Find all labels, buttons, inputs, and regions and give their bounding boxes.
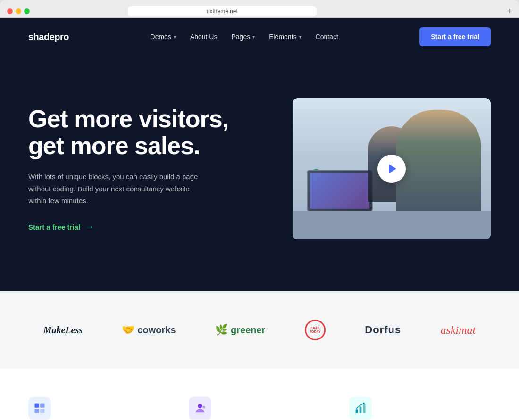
laptop-prop [307,170,373,212]
person-foreground [396,110,481,214]
new-tab-button[interactable]: + [507,7,512,16]
site-logo[interactable]: shadepro [28,32,69,42]
minimize-button[interactable] [16,8,21,14]
laptop-screen [310,173,369,209]
svg-rect-3 [40,409,44,413]
brands-section: MakeLess 🤝 coworks 🌿 greener SAASTODAY D… [0,291,519,369]
address-bar[interactable]: uxtheme.net [128,6,317,16]
customers-icon [189,397,211,420]
svg-rect-1 [40,404,44,408]
feature-customers: Manage customers With lots of unique blo… [189,397,330,420]
features-grid: Organize your campaigns With lots of uni… [28,397,491,420]
navbar-cta-button[interactable]: Start a free trial [419,27,491,46]
nav-link-elements[interactable]: Elements ▾ [269,33,301,41]
hero-content: Get more visitors, get more sales. With … [28,106,241,232]
brand-makeless[interactable]: MakeLess [43,325,83,336]
svg-rect-8 [363,404,366,413]
brand-coworks[interactable]: 🤝 coworks [122,324,176,336]
svg-rect-2 [35,409,39,413]
svg-point-4 [198,404,202,408]
coworks-icon: 🤝 [122,324,134,336]
svg-rect-0 [35,404,39,408]
website-content: shadepro Demos ▾ About Us Pages ▾ [0,18,519,420]
nav-item-contact[interactable]: Contact [316,33,338,41]
nav-link-pages[interactable]: Pages ▾ [231,33,255,41]
nav-link-about[interactable]: About Us [190,33,218,41]
nav-item-elements[interactable]: Elements ▾ [269,33,301,41]
nav-link-demos[interactable]: Demos ▾ [151,33,176,41]
greener-icon: 🌿 [215,324,228,336]
chevron-down-icon: ▾ [299,34,301,40]
nav-item-pages[interactable]: Pages ▾ [231,33,255,41]
close-button[interactable] [7,8,13,14]
url-text: uxtheme.net [207,8,238,15]
brands-grid: MakeLess 🤝 coworks 🌿 greener SAASTODAY D… [28,320,491,340]
svg-rect-7 [360,407,362,413]
navbar: shadepro Demos ▾ About Us Pages ▾ [0,18,519,56]
nav-link-contact[interactable]: Contact [316,33,338,41]
brand-greener[interactable]: 🌿 greener [215,324,265,336]
brand-makeless-label: MakeLess [43,325,83,336]
brand-saas-today[interactable]: SAASTODAY [305,320,326,340]
brand-dorfus-label: Dorfus [365,324,401,336]
svg-point-5 [202,406,205,409]
window-controls [7,8,30,14]
brand-greener-label: greener [231,325,265,336]
hero-cta-label: Start a free trial [28,223,80,231]
nav-item-demos[interactable]: Demos ▾ [151,33,176,41]
saas-circle-icon: SAASTODAY [305,320,326,340]
chevron-down-icon: ▾ [174,34,176,40]
desk-surface [293,211,491,239]
svg-rect-6 [356,409,358,413]
arrow-right-icon: → [85,222,93,232]
campaigns-icon [28,397,51,420]
features-section: Organize your campaigns With lots of uni… [0,369,519,420]
brand-dorfus[interactable]: Dorfus [365,324,401,336]
hero-title: Get more visitors, get more sales. [28,106,241,159]
svg-point-9 [363,403,365,404]
browser-window: uxtheme.net + shadepro Demos ▾ About Us [0,0,519,420]
play-button[interactable] [377,155,406,183]
hero-image-container [241,98,491,239]
nav-links: Demos ▾ About Us Pages ▾ [151,33,338,41]
maximize-button[interactable] [24,8,30,14]
brand-coworks-label: coworks [137,325,176,336]
nav-item-about[interactable]: About Us [190,33,218,41]
browser-chrome: uxtheme.net + [0,0,519,18]
play-icon [389,164,396,173]
progress-icon [349,397,372,420]
hero-description: With lots of unique blocks, you can easi… [28,171,198,207]
chevron-down-icon: ▾ [252,34,255,40]
brand-askimat[interactable]: askimat [441,324,476,337]
hero-section: Get more visitors, get more sales. With … [0,56,519,291]
brand-askimat-label: askimat [441,324,476,337]
feature-progress: Track progress fast With lots of unique … [349,397,491,420]
hero-cta-link[interactable]: Start a free trial → [28,222,241,232]
hero-video-thumbnail [293,98,491,239]
feature-campaigns: Organize your campaigns With lots of uni… [28,397,170,420]
